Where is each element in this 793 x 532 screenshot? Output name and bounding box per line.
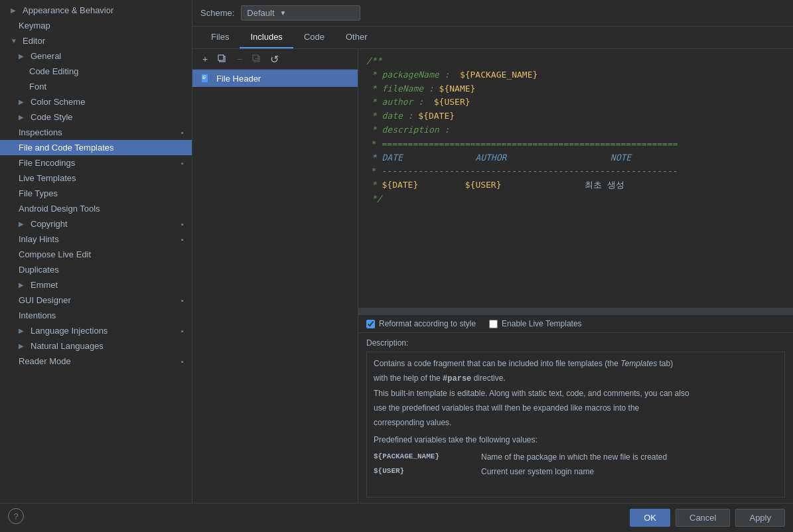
settings-badge: ▪ (181, 327, 184, 335)
desc-var-name-1: ${PACKAGE_NAME} (374, 451, 473, 462)
sidebar-item-appearance[interactable]: ▶ Appearance & Behavior (0, 3, 192, 18)
desc-text1: Contains a code fragment that can be inc… (374, 359, 620, 368)
file-item-header[interactable]: File Header (192, 70, 358, 87)
live-templates-checkbox-row: Enable Live Templates (489, 319, 582, 328)
sidebar-item-label: Keymap (19, 21, 50, 31)
sidebar-item-file-types[interactable]: File Types (0, 186, 192, 201)
sidebar-item-intentions[interactable]: Intentions (0, 308, 192, 323)
chevron-right-icon: ▶ (19, 281, 27, 289)
sidebar-item-android-design[interactable]: Android Design Tools (0, 201, 192, 216)
ok-button[interactable]: OK (630, 509, 670, 527)
chevron-right-icon: ▶ (19, 327, 27, 334)
sidebar-item-code-style[interactable]: ▶ Code Style (0, 109, 192, 125)
reformat-label: Reformat according to style (379, 319, 476, 328)
sidebar-item-label: Live Templates (19, 173, 76, 183)
chevron-down-icon: ▼ (11, 37, 19, 44)
sidebar-item-keymap[interactable]: Keymap (0, 18, 192, 33)
sidebar-item-live-templates[interactable]: Live Templates (0, 170, 192, 186)
editor-panel: /** * packageName : ${PACKAGE_NAME} * fi… (358, 49, 793, 503)
chevron-down-icon: ▼ (280, 9, 287, 17)
tab-code[interactable]: Code (293, 27, 335, 48)
file-item-label: File Header (216, 74, 261, 84)
sidebar-item-label: Android Design Tools (19, 204, 100, 214)
sidebar-item-duplicates[interactable]: Duplicates (0, 262, 192, 277)
move-up-button[interactable] (250, 52, 264, 66)
sidebar-item-label: File Types (19, 188, 58, 198)
desc-var-table: ${PACKAGE_NAME} Name of the package in w… (374, 451, 778, 478)
sidebar-item-label: Compose Live Edit (19, 249, 91, 259)
desc-text4: use the predefined variables that will t… (374, 403, 639, 413)
sidebar-item-editor[interactable]: ▼ Editor (0, 33, 192, 48)
sidebar-item-natural-languages[interactable]: ▶ Natural Languages (0, 338, 192, 354)
sidebar-item-label: Language Injections (31, 326, 108, 336)
desc-predefined-label: Predefined variables take the following … (374, 435, 538, 444)
chevron-right-icon: ▶ (19, 113, 27, 121)
sidebar-item-label: Code Editing (29, 66, 78, 76)
sidebar-item-label: Editor (23, 36, 45, 46)
sidebar-item-code-editing[interactable]: Code Editing (0, 64, 192, 79)
add-button[interactable]: + (198, 52, 212, 66)
sidebar-item-gui-designer[interactable]: GUI Designer ▪ (0, 293, 192, 308)
sidebar-item-label: File Encodings (19, 158, 75, 168)
sidebar-item-color-scheme[interactable]: ▶ Color Scheme (0, 94, 192, 109)
reformat-checkbox[interactable] (366, 320, 375, 328)
sidebar-item-label: GUI Designer (19, 295, 71, 305)
description-label: Description: (366, 338, 785, 348)
sidebar-item-compose-live[interactable]: Compose Live Edit (0, 247, 192, 262)
tab-files[interactable]: Files (200, 27, 240, 48)
desc-var-row-2: ${USER} Current user system login name (374, 466, 778, 478)
desc-text5: corresponding values. (374, 418, 451, 427)
sidebar-item-file-encodings[interactable]: File Encodings ▪ (0, 155, 192, 170)
svg-rect-8 (202, 78, 205, 79)
tab-includes[interactable]: Includes (240, 27, 293, 48)
live-templates-checkbox[interactable] (489, 320, 498, 328)
sidebar-item-reader-mode[interactable]: Reader Mode ▪ (0, 354, 192, 369)
sidebar-item-label: Inspections (19, 127, 62, 137)
sidebar-item-font[interactable]: Font (0, 79, 192, 94)
scheme-label: Scheme: (200, 8, 234, 18)
svg-rect-1 (218, 55, 224, 60)
desc-text2-rest: directive. (471, 373, 505, 383)
live-templates-label: Enable Live Templates (502, 319, 582, 328)
scheme-dropdown[interactable]: Default ▼ (241, 5, 360, 21)
tab-other[interactable]: Other (335, 27, 378, 48)
chevron-right-icon: ▶ (19, 220, 27, 228)
undo-button[interactable]: ↺ (267, 52, 281, 66)
desc-text1-rest: tab) (657, 359, 673, 368)
scheme-value: Default (247, 8, 274, 18)
sidebar-item-label: Appearance & Behavior (23, 5, 113, 15)
cancel-button[interactable]: Cancel (676, 509, 730, 527)
chevron-right-icon: ▶ (19, 342, 27, 350)
copy-button[interactable] (215, 52, 230, 66)
sidebar-item-copyright[interactable]: ▶ Copyright ▪ (0, 216, 192, 232)
main-split: + − ↺ (192, 49, 793, 503)
sidebar-item-label: General (31, 51, 61, 61)
sidebar-item-label: Color Scheme (31, 97, 85, 107)
horizontal-scrollbar[interactable] (358, 308, 793, 314)
sidebar-item-label: Intentions (19, 310, 56, 320)
desc-text3: This built-in template is editable. Alon… (374, 389, 689, 398)
apply-button[interactable]: Apply (735, 509, 785, 527)
sidebar-item-inlay-hints[interactable]: Inlay Hints ▪ (0, 232, 192, 247)
sidebar-item-label: Emmet (31, 280, 58, 290)
sidebar-item-file-and-code[interactable]: File and Code Templates (0, 140, 192, 155)
code-editor[interactable]: /** * packageName : ${PACKAGE_NAME} * fi… (358, 49, 793, 308)
sidebar-item-inspections[interactable]: Inspections ▪ (0, 125, 192, 140)
sidebar-item-label: Copyright (31, 219, 68, 229)
remove-button[interactable]: − (232, 52, 247, 66)
sidebar-item-label: Duplicates (19, 265, 59, 275)
sidebar-item-language-injections[interactable]: ▶ Language Injections ▪ (0, 323, 192, 338)
reformat-checkbox-row: Reformat according to style (366, 319, 476, 328)
bottom-options: Reformat according to style Enable Live … (358, 314, 793, 332)
toolbar: + − ↺ (192, 49, 358, 70)
help-button[interactable]: ? (8, 508, 24, 524)
settings-badge: ▪ (181, 297, 184, 304)
sidebar-item-emmet[interactable]: ▶ Emmet (0, 277, 192, 293)
chevron-right-icon: ▶ (19, 52, 27, 60)
desc-var-desc-2: Current user system login name (481, 466, 594, 478)
sidebar-item-general[interactable]: ▶ General (0, 48, 192, 64)
desc-var-row-1: ${PACKAGE_NAME} Name of the package in w… (374, 451, 778, 463)
desc-var-desc-1: Name of the package in which the new fil… (481, 451, 667, 463)
svg-rect-7 (202, 77, 206, 78)
tabs-bar: Files Includes Code Other (192, 27, 793, 49)
